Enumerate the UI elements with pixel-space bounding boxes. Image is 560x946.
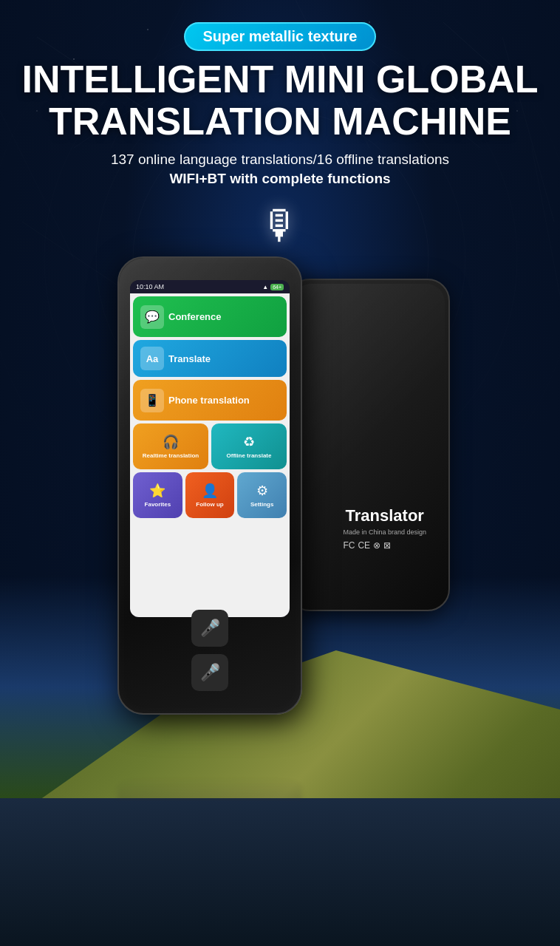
favorites-icon: ⭐ xyxy=(149,483,165,499)
followup-icon: 👤 xyxy=(202,483,218,499)
ce-cert: CE xyxy=(358,540,370,551)
realtime-translation-button[interactable]: 🎧 Realtime translation xyxy=(133,423,208,469)
weee-cert: ⊠ xyxy=(383,540,391,551)
conference-icon: 💬 xyxy=(140,305,164,329)
bottom-row: ⭐ Favorites 👤 Follow up ⚙ Settings xyxy=(133,472,287,518)
device-front: 10:10 AM ▲ 64+ 💬 Conference xyxy=(117,256,302,715)
translate-row: Aa Translate xyxy=(133,340,287,377)
offline-translate-button[interactable]: ♻ Offline translate xyxy=(211,423,287,469)
battery-badge: 64+ xyxy=(270,284,284,290)
settings-icon: ⚙ xyxy=(256,483,268,499)
followup-label: Follow up xyxy=(196,501,223,508)
favorites-button[interactable]: ⭐ Favorites xyxy=(133,472,182,518)
realtime-label: Realtime translation xyxy=(143,452,199,460)
wifi-icon: ▲ xyxy=(262,284,268,290)
device-screen: 10:10 AM ▲ 64+ 💬 Conference xyxy=(130,280,290,617)
device-reflection xyxy=(117,777,302,800)
conference-row: 💬 Conference xyxy=(133,296,287,337)
settings-label: Settings xyxy=(250,501,274,508)
status-bar: 10:10 AM ▲ 64+ xyxy=(130,280,290,293)
phone-trans-row: 📱 Phone translation xyxy=(133,380,287,421)
translate-icon: Aa xyxy=(140,347,164,370)
translator-label: Translator xyxy=(343,506,426,525)
device-back: Translator Made in China brand design FC… xyxy=(287,279,450,611)
super-metallic-badge: Super metallic texture xyxy=(184,22,377,51)
certification-icons: FC CE ⊗ ⊠ xyxy=(343,540,426,551)
realtime-offline-row: 🎧 Realtime translation ♻ Offline transla… xyxy=(133,423,287,469)
mic-button-green[interactable]: 🎤 xyxy=(191,654,228,691)
offline-icon: ♻ xyxy=(243,434,255,450)
subtitle2: WIFI+BT with complete functions xyxy=(169,171,390,187)
phone-trans-label: Phone translation xyxy=(168,395,250,406)
phone-trans-icon: 📱 xyxy=(140,389,164,412)
main-title: INTELLIGENT MINI GLOBAL TRANSLATION MACH… xyxy=(7,58,553,143)
translate-label: Translate xyxy=(168,353,211,365)
settings-button[interactable]: ⚙ Settings xyxy=(237,472,287,518)
favorites-label: Favorites xyxy=(145,501,171,508)
conference-label: Conference xyxy=(168,311,222,323)
phone-translation-button[interactable]: 📱 Phone translation xyxy=(133,380,287,421)
translate-button[interactable]: Aa Translate xyxy=(133,340,287,377)
status-time: 10:10 AM xyxy=(136,283,164,290)
mic-button-red[interactable]: 🎤 xyxy=(191,610,228,647)
app-grid: 💬 Conference Aa Translate xyxy=(130,293,290,617)
microphone-icon: 🎙 xyxy=(260,202,301,249)
rohs-cert: ⊗ xyxy=(373,540,380,551)
fcc-cert: FC xyxy=(343,540,355,551)
status-icons: ▲ 64+ xyxy=(262,284,284,290)
offline-label: Offline translate xyxy=(227,452,272,460)
followup-button[interactable]: 👤 Follow up xyxy=(185,472,235,518)
realtime-icon: 🎧 xyxy=(163,434,179,450)
conference-button[interactable]: 💬 Conference xyxy=(133,296,287,337)
subtitle1: 137 online language translations/16 offl… xyxy=(111,152,449,168)
made-in-label: Made in China brand design xyxy=(343,528,426,536)
translator-info: Translator Made in China brand design FC… xyxy=(343,506,426,551)
devices-container: Translator Made in China brand design FC… xyxy=(95,256,465,774)
